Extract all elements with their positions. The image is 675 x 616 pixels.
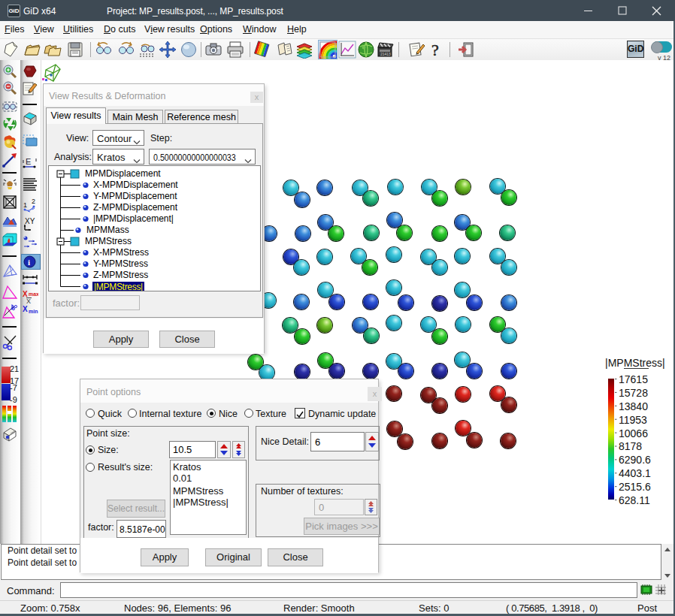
svg-text:2: 2 [32, 198, 35, 205]
svg-text:i: i [28, 258, 30, 267]
svg-text:min: min [29, 309, 38, 314]
svg-text:XY: XY [25, 217, 35, 225]
svg-text:X: X [23, 305, 28, 313]
svg-text:1: 1 [23, 201, 27, 209]
svg-text:?: ? [431, 41, 439, 59]
svg-text:max: max [29, 291, 38, 297]
svg-text:X: X [26, 297, 31, 305]
svg-text:E: E [26, 157, 31, 166]
svg-text:21413: 21413 [380, 52, 391, 56]
